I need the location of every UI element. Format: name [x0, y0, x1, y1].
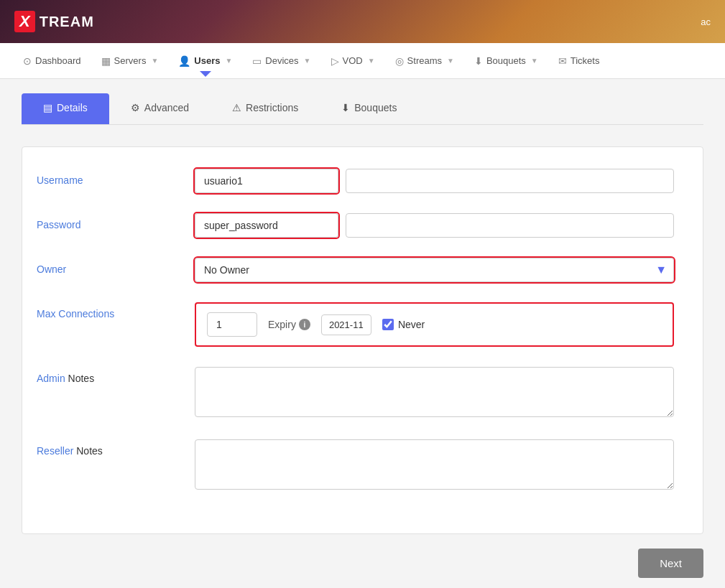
tab-bouquets-label: Bouquets	[354, 102, 397, 113]
max-connections-group: Expiry i Never	[195, 302, 674, 347]
max-label-1: Max	[37, 308, 55, 319]
details-tab-icon: ▤	[43, 102, 52, 113]
password-row: Password	[37, 213, 674, 238]
nav-dashboard-label: Dashboard	[35, 55, 81, 66]
nav-servers-label: Servers	[114, 55, 147, 66]
username-input[interactable]	[195, 169, 338, 193]
main-content: ▤ Details ⚙ Advanced ⚠ Restrictions ⬇ Bo…	[0, 79, 725, 588]
bouquets-tab-icon: ⬇	[341, 102, 350, 113]
chevron-down-icon: ▼	[368, 57, 375, 65]
advanced-tab-icon: ⚙	[131, 102, 140, 113]
servers-icon: ▦	[101, 55, 111, 67]
nav-servers[interactable]: ▦ Servers ▼	[93, 51, 167, 71]
password-control	[195, 213, 674, 238]
password-input[interactable]	[195, 213, 338, 238]
owner-control: No Owner Admin ▼	[195, 258, 674, 282]
reseller-notes-label: Reseller Notes	[37, 439, 195, 457]
dashboard-icon: ⊙	[23, 55, 32, 67]
info-icon: i	[299, 319, 310, 330]
nav-vod-label: VOD	[343, 55, 363, 66]
nav-devices-label: Devices	[265, 55, 298, 66]
tab-bouquets[interactable]: ⬇ Bouquets	[320, 93, 418, 124]
password-row-inner	[195, 213, 674, 238]
banner-user: ac	[701, 17, 711, 27]
nav-users-wrapper: 👤 Users ▼	[170, 51, 241, 71]
tickets-icon: ✉	[558, 55, 567, 67]
nav-tickets-label: Tickets	[571, 55, 600, 66]
expiry-text: Expiry	[268, 319, 296, 330]
logo-tream: TREAM	[40, 14, 94, 30]
max-connections-row: Max Connections Expiry i Never	[37, 302, 674, 347]
chevron-down-icon: ▼	[151, 57, 158, 65]
nav-vod[interactable]: ▷ VOD ▼	[323, 51, 384, 71]
nav-devices[interactable]: ▭ Devices ▼	[244, 51, 319, 71]
tab-advanced[interactable]: ⚙ Advanced	[109, 93, 211, 124]
username-highlight	[195, 169, 338, 193]
max-connections-input[interactable]	[207, 312, 257, 337]
username-row-inner	[195, 169, 674, 193]
tab-strip: ▤ Details ⚙ Advanced ⚠ Restrictions ⬇ Bo…	[22, 93, 703, 125]
nav-streams[interactable]: ◎ Streams ▼	[387, 51, 463, 71]
username-second-input[interactable]	[346, 169, 674, 193]
nav-users[interactable]: 👤 Users ▼	[170, 51, 241, 71]
password-label: Password	[37, 213, 195, 230]
next-button[interactable]: Next	[638, 549, 703, 578]
username-row: Username	[37, 169, 674, 193]
owner-label: Owner	[37, 258, 195, 275]
tab-advanced-label: Advanced	[144, 102, 189, 113]
admin-label-2: Notes	[68, 373, 95, 384]
chevron-down-icon: ▼	[531, 57, 538, 65]
username-control	[195, 169, 674, 193]
reseller-label-1: Reseller	[37, 445, 73, 457]
form-area: Username Password	[22, 146, 703, 534]
chevron-down-icon: ▼	[447, 57, 454, 65]
nav-bouquets[interactable]: ⬇ Bouquets ▼	[466, 51, 547, 71]
password-second-input[interactable]	[346, 213, 674, 238]
password-highlight	[195, 213, 338, 238]
bouquets-icon: ⬇	[474, 55, 483, 67]
logo-x: X	[14, 11, 35, 32]
expiry-label: Expiry i	[268, 319, 310, 330]
nav-users-label: Users	[194, 55, 220, 66]
owner-row-inner: No Owner Admin ▼	[195, 258, 674, 282]
restrictions-tab-icon: ⚠	[232, 102, 241, 113]
devices-icon: ▭	[252, 55, 262, 67]
never-text: Never	[398, 319, 425, 330]
nav-dashboard[interactable]: ⊙ Dashboard	[14, 51, 90, 71]
form-footer: Next	[22, 549, 703, 578]
admin-notes-control	[195, 367, 674, 419]
max-connections-control: Expiry i Never	[195, 302, 674, 347]
admin-notes-textarea[interactable]	[195, 367, 674, 417]
tab-restrictions-label: Restrictions	[246, 102, 298, 113]
admin-notes-label: Admin Notes	[37, 367, 195, 384]
nav-tickets[interactable]: ✉ Tickets	[550, 51, 609, 71]
admin-notes-row: Admin Notes	[37, 367, 674, 419]
expiry-date-input[interactable]	[321, 314, 371, 335]
owner-select[interactable]: No Owner Admin	[195, 258, 674, 282]
reseller-notes-row: Reseller Notes	[37, 439, 674, 492]
reseller-notes-control	[195, 439, 674, 492]
username-label: Username	[37, 169, 195, 186]
owner-row: Owner No Owner Admin ▼	[37, 258, 674, 282]
chevron-down-icon: ▼	[304, 57, 311, 65]
chevron-down-icon: ▼	[225, 57, 232, 65]
users-icon: 👤	[178, 55, 190, 67]
never-label[interactable]: Never	[382, 319, 425, 330]
max-connections-label: Max Connections	[37, 302, 195, 319]
expiry-date	[321, 314, 371, 335]
tab-details-label: Details	[57, 102, 88, 113]
owner-select-container: No Owner Admin ▼	[195, 258, 674, 282]
tab-details[interactable]: ▤ Details	[22, 93, 109, 124]
nav-streams-label: Streams	[407, 55, 442, 66]
admin-label-1: Admin	[37, 373, 65, 384]
tab-restrictions[interactable]: ⚠ Restrictions	[211, 93, 320, 124]
banner: X TREAM ac	[0, 0, 725, 43]
never-checkbox[interactable]	[382, 319, 394, 330]
connections-label: Connections	[58, 308, 114, 319]
nav-bouquets-label: Bouquets	[486, 55, 526, 66]
reseller-notes-textarea[interactable]	[195, 439, 674, 490]
logo: X TREAM	[14, 11, 94, 32]
streams-icon: ◎	[395, 55, 404, 67]
navbar: ⊙ Dashboard ▦ Servers ▼ 👤 Users ▼ ▭ Devi…	[0, 43, 725, 79]
reseller-label-2: Notes	[76, 445, 103, 457]
